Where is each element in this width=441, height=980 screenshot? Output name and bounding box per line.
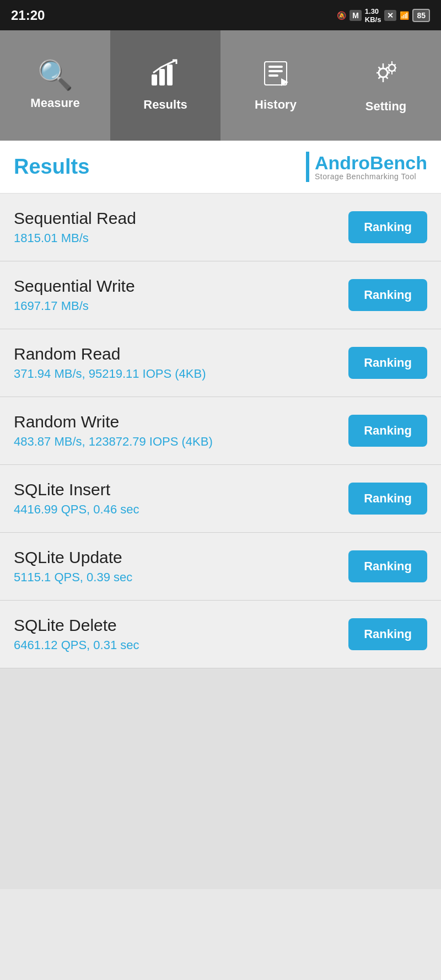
benchmark-name-sqlite-insert: SQLite Insert xyxy=(14,480,348,499)
benchmark-value-sequential-write: 1697.17 MB/s xyxy=(14,299,348,313)
benchmark-value-sequential-read: 1815.01 MB/s xyxy=(14,231,348,245)
data-speed: 1.30KB/s xyxy=(365,7,381,24)
ranking-button-random-read[interactable]: Ranking xyxy=(348,347,427,379)
ranking-button-sequential-write[interactable]: Ranking xyxy=(348,279,427,311)
network-icon: M xyxy=(349,10,362,21)
results-title: Results xyxy=(14,155,89,179)
bottom-area xyxy=(0,668,441,889)
benchmark-row-sequential-read: Sequential Read 1815.01 MB/s Ranking xyxy=(0,194,441,261)
svg-rect-1 xyxy=(159,69,165,85)
logo-andro: Andro xyxy=(315,152,370,173)
benchmark-name-sequential-read: Sequential Read xyxy=(14,209,348,228)
close-icon: ✕ xyxy=(384,10,396,21)
benchmark-info-sqlite-insert: SQLite Insert 4416.99 QPS, 0.46 sec xyxy=(14,480,348,517)
tab-setting-label: Setting xyxy=(365,99,407,114)
battery-indicator: 85 xyxy=(412,9,430,22)
tab-history-label: History xyxy=(255,98,297,112)
ranking-button-sequential-read[interactable]: Ranking xyxy=(348,211,427,243)
history-icon xyxy=(262,59,289,91)
benchmark-name-sequential-write: Sequential Write xyxy=(14,277,348,296)
tab-measure-label: Measure xyxy=(30,96,79,110)
nav-tabs: 🔍 Measure Results History xyxy=(0,30,441,141)
benchmark-info-random-read: Random Read 371.94 MB/s, 95219.11 IOPS (… xyxy=(14,345,348,381)
benchmark-value-random-write: 483.87 MB/s, 123872.79 IOPS (4KB) xyxy=(14,435,348,449)
benchmark-value-sqlite-insert: 4416.99 QPS, 0.46 sec xyxy=(14,502,348,517)
benchmark-row-sqlite-update: SQLite Update 5115.1 QPS, 0.39 sec Ranki… xyxy=(0,533,441,601)
wifi-icon: 📶 xyxy=(400,11,409,20)
benchmark-row-sqlite-delete: SQLite Delete 6461.12 QPS, 0.31 sec Rank… xyxy=(0,601,441,668)
svg-rect-4 xyxy=(268,66,283,68)
benchmark-list: Sequential Read 1815.01 MB/s Ranking Seq… xyxy=(0,194,441,668)
results-icon xyxy=(150,59,181,91)
benchmark-info-sqlite-delete: SQLite Delete 6461.12 QPS, 0.31 sec xyxy=(14,616,348,652)
tab-results-label: Results xyxy=(143,98,187,112)
logo-sub: Storage Benchmarking Tool xyxy=(315,172,427,181)
benchmark-row-sqlite-insert: SQLite Insert 4416.99 QPS, 0.46 sec Rank… xyxy=(0,465,441,533)
tab-history[interactable]: History xyxy=(220,30,331,141)
ranking-button-sqlite-delete[interactable]: Ranking xyxy=(348,618,427,650)
logo-bar xyxy=(306,152,309,182)
svg-rect-2 xyxy=(167,65,173,85)
svg-point-8 xyxy=(379,68,388,77)
svg-rect-5 xyxy=(268,70,283,72)
results-header: Results AndroBench Storage Benchmarking … xyxy=(0,141,441,194)
svg-rect-6 xyxy=(268,74,278,77)
benchmark-name-random-read: Random Read xyxy=(14,345,348,363)
benchmark-name-sqlite-delete: SQLite Delete xyxy=(14,616,348,635)
benchmark-info-sqlite-update: SQLite Update 5115.1 QPS, 0.39 sec xyxy=(14,548,348,585)
tab-setting[interactable]: Setting xyxy=(331,30,441,141)
benchmark-row-random-write: Random Write 483.87 MB/s, 123872.79 IOPS… xyxy=(0,397,441,465)
status-time: 21:20 xyxy=(11,8,45,23)
tab-results[interactable]: Results xyxy=(110,30,220,141)
logo-text-group: AndroBench Storage Benchmarking Tool xyxy=(315,153,427,181)
status-icons: 🔕 M 1.30KB/s ✕ 📶 85 xyxy=(337,7,430,24)
benchmark-value-sqlite-update: 5115.1 QPS, 0.39 sec xyxy=(14,570,348,585)
benchmark-info-sequential-read: Sequential Read 1815.01 MB/s xyxy=(14,209,348,245)
benchmark-info-random-write: Random Write 483.87 MB/s, 123872.79 IOPS… xyxy=(14,413,348,449)
benchmark-info-sequential-write: Sequential Write 1697.17 MB/s xyxy=(14,277,348,313)
benchmark-value-sqlite-delete: 6461.12 QPS, 0.31 sec xyxy=(14,638,348,652)
svg-rect-0 xyxy=(152,74,157,85)
status-bar: 21:20 🔕 M 1.30KB/s ✕ 📶 85 xyxy=(0,0,441,30)
benchmark-name-random-write: Random Write xyxy=(14,413,348,431)
mute-icon: 🔕 xyxy=(337,11,346,20)
benchmark-value-random-read: 371.94 MB/s, 95219.11 IOPS (4KB) xyxy=(14,367,348,381)
measure-icon: 🔍 xyxy=(37,61,73,89)
logo-bench: Bench xyxy=(370,152,427,173)
ranking-button-sqlite-insert[interactable]: Ranking xyxy=(348,483,427,515)
androbench-logo: AndroBench Storage Benchmarking Tool xyxy=(306,152,427,182)
benchmark-row-sequential-write: Sequential Write 1697.17 MB/s Ranking xyxy=(0,261,441,329)
ranking-button-sqlite-update[interactable]: Ranking xyxy=(348,550,427,582)
logo-main: AndroBench xyxy=(315,153,427,172)
ranking-button-random-write[interactable]: Ranking xyxy=(348,415,427,447)
tab-measure[interactable]: 🔍 Measure xyxy=(0,30,110,141)
setting-icon xyxy=(371,58,401,93)
benchmark-name-sqlite-update: SQLite Update xyxy=(14,548,348,567)
benchmark-row-random-read: Random Read 371.94 MB/s, 95219.11 IOPS (… xyxy=(0,329,441,397)
